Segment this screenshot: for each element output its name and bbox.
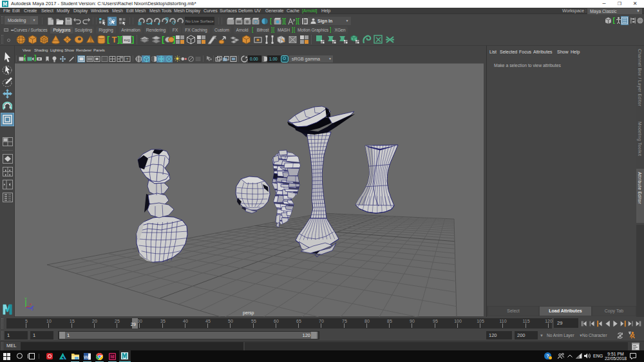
svg-text:T: T bbox=[126, 57, 129, 61]
svg-text:x: x bbox=[30, 302, 32, 306]
svg-text:svg: svg bbox=[124, 38, 129, 42]
svg-text:W: W bbox=[84, 354, 89, 359]
svg-text:Y: Y bbox=[24, 298, 27, 301]
svg-text:z: z bbox=[32, 307, 33, 310]
